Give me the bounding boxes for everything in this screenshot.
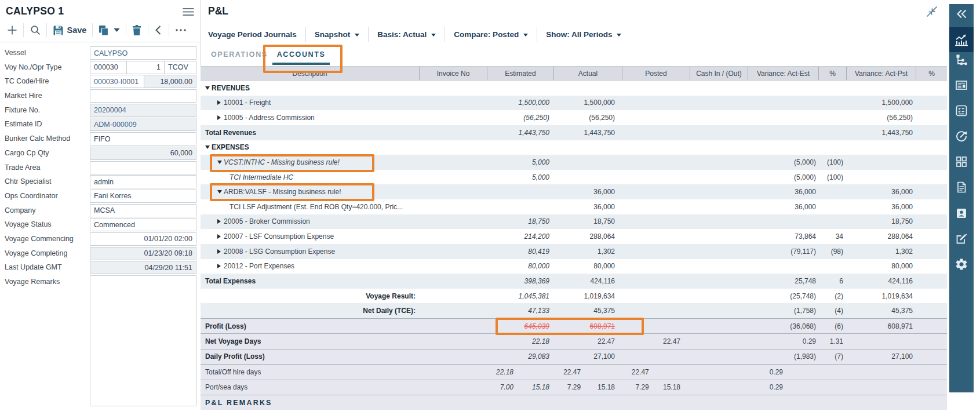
value-cell-pap <box>916 244 947 259</box>
cell-value: 80,419 <box>528 247 549 256</box>
sidebar-item-document[interactable] <box>949 177 974 197</box>
expand-triangle-icon[interactable] <box>217 100 221 105</box>
column-header-1[interactable]: Invoice No <box>419 67 487 80</box>
tab-operations[interactable]: OPERATIONS <box>206 50 272 65</box>
table-row[interactable]: 20012 - Port Expenses80,00080,00080,000 <box>201 259 947 274</box>
expand-triangle-icon[interactable] <box>217 249 221 254</box>
value-cell-pae <box>818 395 846 410</box>
sidebar-item-hierarchy[interactable] <box>949 50 974 70</box>
copy-menu-button[interactable] <box>93 21 126 39</box>
field-input[interactable]: 1 <box>127 61 165 74</box>
table-row[interactable]: Total Revenues1,443,7501,443,7501,443,75… <box>201 125 947 140</box>
table-row[interactable]: REVENUES <box>201 81 947 96</box>
search-button[interactable] <box>24 21 46 39</box>
column-header-0[interactable]: Description <box>201 67 419 80</box>
expand-triangle-icon[interactable] <box>217 234 221 239</box>
pnl-toolbar-button-snapshot[interactable]: Snapshot <box>306 26 369 42</box>
table-row[interactable]: Total/Off hire days22.1822.4722.470.29 <box>201 364 947 379</box>
field-input[interactable]: 04/29/20 11:51 <box>90 261 196 274</box>
field-input[interactable]: 60,000 <box>90 147 196 160</box>
expand-triangle-icon[interactable] <box>217 115 221 120</box>
back-button[interactable] <box>148 21 169 39</box>
more-button[interactable] <box>169 21 193 39</box>
table-row[interactable]: Voyage Result:1,045,3811,019,634(25,748)… <box>201 289 947 304</box>
sidebar-item-settings-gear[interactable] <box>949 254 974 274</box>
sidebar-item-journal-circular-arrow[interactable] <box>949 126 974 146</box>
field-input[interactable] <box>90 89 196 103</box>
table-row[interactable]: 10005 - Address Commission(56,250)(56,25… <box>201 110 947 125</box>
delete-button[interactable] <box>126 21 148 39</box>
expand-triangle-icon[interactable] <box>217 219 221 224</box>
table-row[interactable]: 20007 - LSF Consumption Expense214,20028… <box>201 229 947 244</box>
column-header-7[interactable]: % <box>818 67 846 80</box>
value-cell-vap <box>846 380 916 395</box>
tab-accounts[interactable]: ACCOUNTS <box>272 50 330 65</box>
field-input[interactable]: 18,000.00 <box>144 75 196 88</box>
table-row[interactable]: Profit (Loss)645,039608,971(36,068)(6)60… <box>201 318 947 333</box>
sidebar-item-edit-note[interactable] <box>949 229 974 249</box>
save-button[interactable]: Save <box>47 21 92 39</box>
sidebar-item-contact-card[interactable] <box>949 203 974 223</box>
column-header-8[interactable]: Variance: Act-Pst <box>846 67 916 80</box>
table-row[interactable]: EXPENSES <box>201 140 947 155</box>
field-input[interactable]: 000030 <box>90 61 127 74</box>
collapse-triangle-icon[interactable] <box>205 86 210 90</box>
table-row[interactable]: Net Voyage Days22.1822.4722.470.291.31 <box>201 333 947 348</box>
field-cells: 04/29/20 11:51 <box>90 261 196 274</box>
column-header-2[interactable]: Estimated <box>487 67 553 80</box>
column-header-4[interactable]: Posted <box>622 67 690 80</box>
table-row[interactable]: 10001 - Freight1,500,0001,500,0001,500,0… <box>201 96 947 111</box>
field-cells: 01/23/20 09:18 <box>90 247 196 260</box>
table-row[interactable]: TCI LSF Adjustment (Est. End ROB Qty=420… <box>201 199 947 214</box>
field-input[interactable] <box>90 161 196 174</box>
collapse-diagonal-arrows-icon[interactable] <box>924 4 939 19</box>
field-input[interactable]: MCSA <box>90 204 196 217</box>
field-input[interactable]: Fani Korres <box>90 190 196 203</box>
column-header-3[interactable]: Actual <box>553 67 622 80</box>
value-cell-cash <box>690 350 748 364</box>
form-row: Voyage StatusCommenced <box>5 218 196 231</box>
pnl-toolbar-button-compare-posted[interactable]: Compare: Posted <box>445 26 537 42</box>
collapse-triangle-icon[interactable] <box>217 161 222 164</box>
table-row[interactable]: ARDB:VALSF - Missing business rule!36,00… <box>201 184 947 199</box>
table-row[interactable]: 20008 - LSG Consumption Expense80,4191,3… <box>201 244 947 259</box>
table-row[interactable]: P&L REMARKS <box>201 395 947 410</box>
field-input[interactable]: ADM-000009 <box>90 118 196 131</box>
table-row[interactable]: 20005 - Broker Commission18,75018,75018,… <box>201 214 947 230</box>
table-row[interactable]: Daily Profit (Loss)29,08327,100(1,983)(7… <box>201 349 947 364</box>
pnl-toolbar-button-basis-actual[interactable]: Basis: Actual <box>369 26 445 42</box>
field-input[interactable] <box>90 275 196 406</box>
sidebar-item-checklist[interactable] <box>949 101 974 121</box>
table-row[interactable]: VCST:INTHC - Missing business rule!5,000… <box>201 155 947 170</box>
field-input[interactable]: CALYPSO <box>90 46 196 60</box>
field-input[interactable]: TCOV <box>165 61 196 74</box>
pnl-toolbar-button-show-all-periods[interactable]: Show: All Periods <box>537 26 630 42</box>
add-button[interactable] <box>1 21 23 39</box>
pnl-toolbar-button-voyage-period-journals[interactable]: Voyage Period Journals <box>208 26 305 42</box>
collapse-triangle-icon[interactable] <box>205 145 210 149</box>
field-input[interactable]: 20200004 <box>90 104 196 117</box>
table-row[interactable]: Net Daily (TCE):47,13345,375(1,758)(4)45… <box>201 303 947 318</box>
sidebar-item-pnl-chart[interactable] <box>949 27 974 52</box>
column-header-9[interactable]: % <box>916 67 947 80</box>
sidebar-item-apps-grid[interactable] <box>949 152 974 172</box>
menu-hamburger-icon[interactable] <box>183 8 195 17</box>
expand-triangle-icon[interactable] <box>217 264 221 268</box>
collapse-triangle-icon[interactable] <box>217 190 222 194</box>
column-header-5[interactable]: Cash In / (Out) <box>690 67 748 80</box>
sidebar-item-collapse-double-chevron[interactable] <box>949 4 974 24</box>
field-input[interactable]: FIFO <box>90 132 196 145</box>
table-row[interactable]: Port/sea days7.0015.187.2915.187.2915.18… <box>201 380 947 395</box>
field-input[interactable]: 01/23/20 09:18 <box>90 247 196 260</box>
table-row[interactable]: TCI Intermediate HC5,000(5,000)(100) <box>201 170 947 185</box>
value-cell-cash <box>690 274 748 289</box>
table-row[interactable]: Total Expenses398,369424,11625,7486424,1… <box>201 274 947 289</box>
field-cells: ADM-000009 <box>90 118 196 131</box>
sidebar-item-news-table[interactable] <box>949 75 974 95</box>
field-input[interactable]: Commenced <box>90 218 196 231</box>
field-input[interactable]: 01/01/20 02:00 <box>90 232 196 246</box>
field-input[interactable]: admin <box>90 175 196 188</box>
column-header-6[interactable]: Variance: Act-Est <box>748 67 818 80</box>
form-row: Voyage Completing01/23/20 09:18 <box>5 247 196 260</box>
field-input[interactable]: 000030-I0001 <box>90 75 144 88</box>
